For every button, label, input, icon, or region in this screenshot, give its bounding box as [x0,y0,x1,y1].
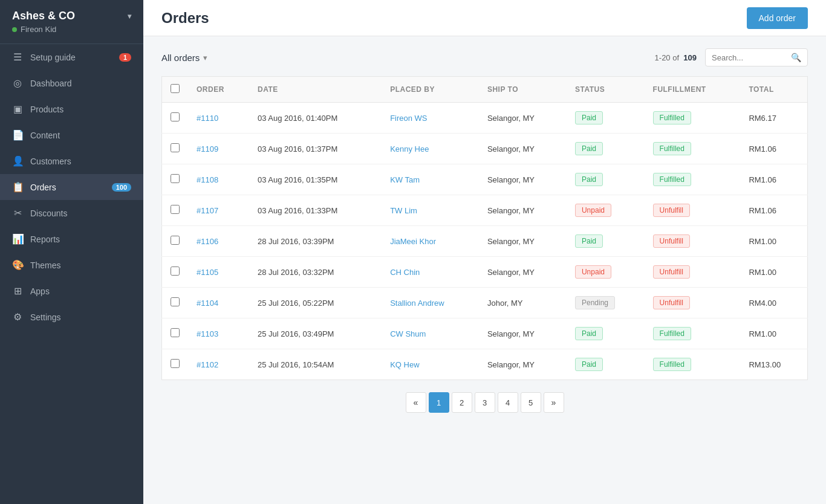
sidebar-item-content[interactable]: 📄Content [0,122,143,148]
pagination-page-5-button[interactable]: 5 [521,392,541,413]
order-link-4[interactable]: #1106 [197,237,218,246]
order-filter-dropdown[interactable]: All orders ▾ [161,53,207,63]
pagination-first-button[interactable]: « [406,392,426,413]
customer-link-1[interactable]: Kenny Hee [390,144,429,153]
row-select-7[interactable] [171,328,180,337]
row-ship-to-2: Selangor, MY [479,164,567,195]
row-select-6[interactable] [171,297,180,306]
add-order-button[interactable]: Add order [747,7,808,29]
select-all-checkbox[interactable] [171,84,180,93]
row-checkbox-7[interactable] [162,318,189,349]
sidebar-item-orders[interactable]: 📋Orders100 [0,174,143,200]
table-row[interactable]: #1108 03 Aug 2016, 01:35PM KW Tam Selang… [162,164,808,195]
sidebar-item-themes[interactable]: 🎨Themes [0,252,143,278]
row-select-4[interactable] [171,236,180,245]
row-order-1[interactable]: #1109 [188,134,249,164]
customer-link-5[interactable]: CH Chin [390,268,420,277]
row-placed-by-2[interactable]: KW Tam [382,164,479,195]
row-checkbox-1[interactable] [162,134,189,164]
row-checkbox-3[interactable] [162,195,189,226]
search-box[interactable]: 🔍 [705,48,808,66]
status-badge-3: Unpaid [575,204,611,217]
pagination-page-3-button[interactable]: 3 [475,392,495,413]
store-header[interactable]: Ashes & CO ▾ Fireon Kid [0,0,143,44]
customer-link-6[interactable]: Stallion Andrew [390,299,444,308]
row-status-6: Pending [567,288,645,318]
table-row[interactable]: #1110 03 Aug 2016, 01:40PM Fireon WS Sel… [162,103,808,134]
row-select-1[interactable] [171,143,180,152]
row-fulfillment-4: Unfulfill [645,226,741,257]
sidebar-item-customers[interactable]: 👤Customers [0,148,143,174]
row-placed-by-5[interactable]: CH Chin [382,257,479,288]
row-order-4[interactable]: #1106 [188,226,249,257]
row-placed-by-4[interactable]: JiaMeei Khor [382,226,479,257]
sidebar-item-discounts[interactable]: ✂Discounts [0,200,143,226]
sidebar-item-dashboard[interactable]: ◎Dashboard [0,70,143,96]
pagination-page-1-button[interactable]: 1 [429,392,449,413]
order-link-1[interactable]: #1109 [197,144,218,153]
row-select-3[interactable] [171,205,180,214]
sidebar-item-setup-guide[interactable]: ☰Setup guide1 [0,44,143,70]
table-row[interactable]: #1107 03 Aug 2016, 01:33PM TW Lim Selang… [162,195,808,226]
order-link-5[interactable]: #1105 [197,268,218,277]
row-checkbox-6[interactable] [162,288,189,318]
row-placed-by-8[interactable]: KQ Hew [382,349,479,380]
row-checkbox-2[interactable] [162,164,189,195]
sidebar-item-apps[interactable]: ⊞Apps [0,278,143,304]
sidebar-item-products[interactable]: ▣Products [0,96,143,122]
search-input[interactable] [712,53,787,62]
row-checkbox-0[interactable] [162,103,189,134]
table-row[interactable]: #1106 28 Jul 2016, 03:39PM JiaMeei Khor … [162,226,808,257]
row-checkbox-8[interactable] [162,349,189,380]
table-row[interactable]: #1102 25 Jul 2016, 10:54AM KQ Hew Selang… [162,349,808,380]
row-select-5[interactable] [171,267,180,276]
pagination-page-4-button[interactable]: 4 [498,392,518,413]
store-status: Fireon Kid [12,25,131,34]
row-ship-to-4: Selangor, MY [479,226,567,257]
row-placed-by-7[interactable]: CW Shum [382,318,479,349]
sidebar-item-settings[interactable]: ⚙Settings [0,304,143,330]
customer-link-8[interactable]: KQ Hew [390,360,419,369]
fulfillment-badge-3: Unfulfill [653,204,690,217]
table-row[interactable]: #1103 25 Jul 2016, 03:49PM CW Shum Selan… [162,318,808,349]
row-order-8[interactable]: #1102 [188,349,249,380]
row-fulfillment-2: Fulfilled [645,164,741,195]
row-order-5[interactable]: #1105 [188,257,249,288]
row-placed-by-3[interactable]: TW Lim [382,195,479,226]
row-order-0[interactable]: #1110 [188,103,249,134]
row-order-7[interactable]: #1103 [188,318,249,349]
order-link-7[interactable]: #1103 [197,329,218,338]
customer-link-0[interactable]: Fireon WS [390,114,427,123]
customer-link-7[interactable]: CW Shum [390,329,426,338]
row-date-8: 25 Jul 2016, 10:54AM [249,349,382,380]
row-checkbox-5[interactable] [162,257,189,288]
order-link-6[interactable]: #1104 [197,299,218,308]
row-order-3[interactable]: #1107 [188,195,249,226]
customer-link-3[interactable]: TW Lim [390,206,417,215]
table-row[interactable]: #1104 25 Jul 2016, 05:22PM Stallion Andr… [162,288,808,318]
row-placed-by-0[interactable]: Fireon WS [382,103,479,134]
row-fulfillment-0: Fulfilled [645,103,741,134]
row-select-2[interactable] [171,174,180,183]
order-link-8[interactable]: #1102 [197,360,218,369]
row-select-8[interactable] [171,359,180,368]
row-checkbox-4[interactable] [162,226,189,257]
sidebar-item-reports[interactable]: 📊Reports [0,226,143,252]
order-link-3[interactable]: #1107 [197,206,218,215]
row-order-6[interactable]: #1104 [188,288,249,318]
pagination-page-2-button[interactable]: 2 [452,392,472,413]
row-select-0[interactable] [171,112,180,121]
order-link-0[interactable]: #1110 [197,114,218,123]
customer-link-4[interactable]: JiaMeei Khor [390,237,436,246]
table-row[interactable]: #1105 28 Jul 2016, 03:32PM CH Chin Selan… [162,257,808,288]
row-placed-by-6[interactable]: Stallion Andrew [382,288,479,318]
store-name[interactable]: Ashes & CO ▾ [12,10,131,22]
pagination-last-button[interactable]: » [544,392,564,413]
customer-link-2[interactable]: KW Tam [390,175,420,184]
table-row[interactable]: #1109 03 Aug 2016, 01:37PM Kenny Hee Sel… [162,134,808,164]
fulfillment-badge-8: Fulfilled [653,358,691,371]
row-order-2[interactable]: #1108 [188,164,249,195]
row-placed-by-1[interactable]: Kenny Hee [382,134,479,164]
order-link-2[interactable]: #1108 [197,175,218,184]
row-total-1: RM1.06 [740,134,807,164]
